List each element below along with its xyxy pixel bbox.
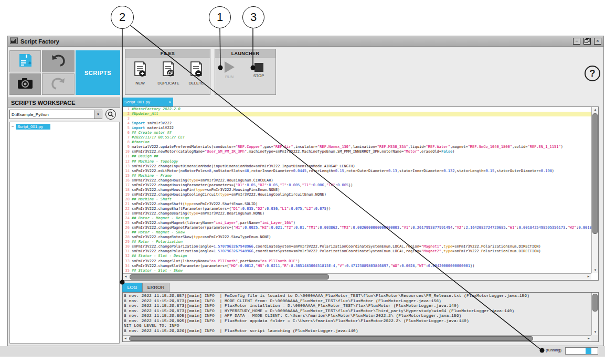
- save-button[interactable]: *: [9, 50, 41, 72]
- scroll-right-icon[interactable]: ►: [586, 274, 591, 280]
- log-horizontal-scrollbar[interactable]: ◄ ►: [123, 335, 591, 341]
- editor-horizontal-scrollbar[interactable]: ◄ ►: [123, 273, 591, 280]
- code-line[interactable]: 21smPmIr3V222.changeShaft(type=smPmIr3V2…: [123, 202, 592, 207]
- delete-script-button[interactable]: DELETE: [183, 61, 210, 85]
- app-factory-icon: [10, 37, 18, 46]
- callout-2: 2: [111, 6, 134, 29]
- editor-tab-label: Script_001.py: [124, 100, 150, 104]
- duplicate-script-icon: [162, 61, 175, 79]
- app-window: Script Factory − × *: [7, 36, 604, 346]
- help-button[interactable]: ?: [585, 66, 600, 81]
- screenshot-button[interactable]: [9, 73, 41, 95]
- tree-item-script[interactable]: − Script_001.py: [12, 124, 119, 130]
- title-bar[interactable]: Script Factory − ×: [8, 36, 603, 47]
- scroll-down-icon[interactable]: ▼: [592, 329, 599, 335]
- code-line[interactable]: 12## Machine - Topology: [123, 159, 592, 164]
- code-line[interactable]: 2#Updater_All: [123, 112, 592, 116]
- code-line[interactable]: 5import materialV222: [123, 126, 592, 131]
- tree-item-label[interactable]: Script_001.py: [16, 124, 50, 130]
- search-icon: [108, 111, 114, 117]
- run-icon: [225, 61, 235, 73]
- code-line[interactable]: 18smPmIr3V222.changeHousingFin(type=smPm…: [123, 188, 592, 192]
- code-line[interactable]: 22smPmIr3V222.changeShaftParameter(param…: [123, 207, 592, 211]
- workspace-path-select[interactable]: D:\Example_Python ▼: [9, 110, 102, 119]
- tree-expander[interactable]: −: [12, 124, 16, 129]
- chevron-down-icon[interactable]: ▼: [94, 110, 102, 119]
- code-line[interactable]: 35## Stator - Slot - Skew: [123, 269, 592, 273]
- log-line: 8 nov. 2022 11:15:29,895|[main] INFO | F…: [124, 318, 591, 324]
- log-line: 8 nov. 2022 11:15:29,873|[main] INFO | H…: [124, 308, 591, 314]
- new-script-button[interactable]: NEW: [126, 61, 154, 85]
- log-line: NIT LOG LEVEL TO: INFO: [124, 323, 591, 328]
- code-line[interactable]: 32## Stator - Slot - Design: [123, 254, 592, 259]
- code-line[interactable]: 26smPmIr3V222.changeMagnetParameter(para…: [123, 226, 592, 230]
- window-controls: − ×: [573, 38, 601, 45]
- stop-label: STOP: [253, 73, 264, 78]
- code-line[interactable]: 14smPmIr3V222.editMotor(noRotorPoles=8,n…: [123, 169, 592, 174]
- tab-error[interactable]: ERROR: [142, 283, 169, 292]
- code-line[interactable]: 27## Rotor - Magnet - Skew: [123, 230, 592, 235]
- code-editor[interactable]: 1#MotorFactory 2022.2.02#Updater_All34im…: [122, 106, 599, 281]
- tab-close-icon[interactable]: ×: [169, 100, 171, 104]
- editor-hscroll-thumb[interactable]: [130, 274, 329, 280]
- log-hscroll-thumb[interactable]: [129, 336, 533, 341]
- code-line[interactable]: 23smPmIr3V222.changeBearing(type=smPmIr3…: [123, 211, 592, 216]
- code-line[interactable]: 11## Design ##: [123, 154, 592, 159]
- code-line[interactable]: 19smPmIr3V222.changeHousingCoolingCircui…: [123, 192, 592, 197]
- redo-icon: [50, 77, 66, 92]
- editor-tab[interactable]: Script_001.py ×: [122, 98, 173, 106]
- editor-vscroll-thumb[interactable]: [592, 113, 598, 234]
- stop-icon: [254, 63, 263, 72]
- scripts-button[interactable]: SCRIPTS: [76, 50, 120, 95]
- code-line[interactable]: 6## Create motor ##: [123, 131, 592, 135]
- code-line[interactable]: 24## Rotor - Magnet - Design: [123, 216, 592, 221]
- undo-button[interactable]: [42, 50, 75, 72]
- code-line[interactable]: 7#2022/11/17 08:55:27 CET: [123, 135, 592, 140]
- tab-log[interactable]: LOG: [122, 283, 142, 292]
- log-vscroll-thumb[interactable]: [592, 294, 598, 312]
- code-line[interactable]: 17smPmIr3V222.changeHousingParameter(par…: [123, 183, 592, 188]
- code-line[interactable]: 31smPmIr3V222.changePolarization(angle=1…: [123, 249, 592, 254]
- log-line: 8 nov. 2022 11:15:29,926|[main] INFO | F…: [124, 328, 591, 334]
- running-status-label: (running): [546, 348, 561, 352]
- code-line[interactable]: 25smPmIr3V222.changeMagnet(libraryName="…: [123, 221, 592, 226]
- code-line[interactable]: 28smPmIr3V222.changeRotorSkew(type=smPmI…: [123, 235, 592, 240]
- code-line[interactable]: 30smPmIr3V222.changePolarization(angle=1…: [123, 244, 592, 249]
- scroll-down-icon[interactable]: ▼: [592, 267, 599, 273]
- code-line[interactable]: 16smPmIr3V222.changeHousing(type=smPmIr3…: [123, 178, 592, 183]
- new-script-icon: [133, 61, 147, 79]
- scroll-up-icon[interactable]: ▲: [592, 107, 599, 113]
- files-panel-title: FILES: [125, 49, 210, 58]
- code-line[interactable]: 9materialV222.updatePreferedMaterials(co…: [123, 145, 592, 149]
- code-line[interactable]: 3: [123, 116, 592, 121]
- restore-button[interactable]: [583, 38, 591, 45]
- code-line[interactable]: 8#fmarion: [123, 140, 592, 145]
- code-line[interactable]: 15## Machine - Frame: [123, 174, 592, 178]
- code-line[interactable]: 34smPmIr3V222.changeSlotParameter(parame…: [123, 264, 592, 269]
- code-line[interactable]: 29## Rotor - Polarization: [123, 240, 592, 244]
- log-vertical-scrollbar[interactable]: ▼: [591, 293, 598, 335]
- browse-workspace-button[interactable]: [105, 109, 116, 120]
- window-title: Script Factory: [20, 38, 59, 45]
- stop-button[interactable]: STOP: [246, 61, 272, 78]
- code-line[interactable]: 10smPmIr3V222.newMotor(catalogName="User…: [123, 149, 592, 154]
- scroll-right-icon[interactable]: ►: [586, 336, 591, 341]
- code-line[interactable]: 13smPmIr3V222.changeInputDimensionMode(i…: [123, 164, 592, 169]
- launcher-panel: LAUNCHER RUN STOP: [215, 49, 276, 95]
- code-line[interactable]: 20## Machine - Shaft: [123, 197, 592, 202]
- duplicate-script-label: DUPLICATE: [157, 81, 179, 85]
- close-button[interactable]: ×: [594, 38, 601, 45]
- duplicate-script-button[interactable]: DUPLICATE: [155, 61, 182, 85]
- scroll-left-icon[interactable]: ◄: [123, 336, 128, 341]
- code-lines[interactable]: 1#MotorFactory 2022.2.02#Updater_All34im…: [123, 107, 592, 273]
- code-line[interactable]: 1#MotorFactory 2022.2.0: [123, 107, 592, 112]
- redo-button[interactable]: [42, 73, 75, 95]
- code-line[interactable]: 4import smPmIr3V222: [123, 121, 592, 126]
- progress-bar: [565, 347, 598, 355]
- run-button[interactable]: RUN: [216, 61, 242, 79]
- log-line: 8 nov. 2022 11:15:29,873|[main] INFO | F…: [124, 303, 591, 308]
- editor-vertical-scrollbar[interactable]: ▲ ▼: [591, 107, 598, 273]
- minimize-button[interactable]: −: [573, 38, 580, 45]
- scroll-left-icon[interactable]: ◄: [123, 274, 129, 280]
- code-line[interactable]: 33smPmIr3V222.changeSlot(libraryName="os…: [123, 259, 592, 264]
